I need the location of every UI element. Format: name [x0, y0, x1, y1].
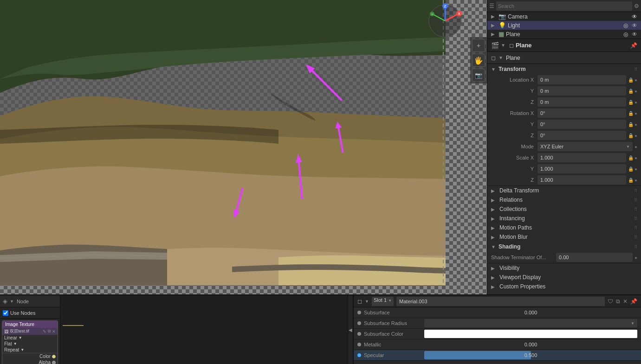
location-y-value[interactable]: 0 m — [537, 86, 626, 96]
scale-z-value[interactable]: 1.000 — [537, 175, 626, 185]
node-file-dup[interactable]: ⧉ — [48, 329, 51, 334]
material-shield-icon[interactable]: 🛡 — [608, 298, 613, 305]
shading-header[interactable]: ▼ Shading ⠿ — [487, 242, 641, 252]
outliner-item-plane[interactable]: ▶ ▦ Plane ◎ 👁 — [487, 30, 641, 38]
shadow-terminator-input[interactable]: 0.00 — [556, 253, 633, 262]
rotation-z-lock[interactable]: 🔒 — [628, 133, 634, 138]
location-z-dot[interactable]: ● — [635, 100, 637, 105]
material-dropdown[interactable]: ▼ — [365, 299, 369, 304]
location-x-lock[interactable]: 🔒 — [628, 77, 634, 83]
motion-blur-title: Motion Blur — [499, 234, 528, 240]
subsurface-bar[interactable]: 0.000 — [424, 308, 637, 317]
scale-y-value[interactable]: 1.000 — [537, 164, 626, 173]
node-canvas[interactable] — [60, 295, 348, 364]
rotation-y-value[interactable]: 0° — [537, 120, 626, 129]
scale-x-value[interactable]: 1.000 — [537, 153, 626, 162]
interpolation-row[interactable]: Linear ▼ — [2, 335, 58, 341]
repeat-row[interactable]: Repeat ▼ — [2, 347, 58, 353]
rotation-z-value[interactable]: 0° — [537, 131, 626, 140]
location-y-dot[interactable]: ● — [635, 89, 637, 94]
add-nav-button[interactable]: + — [472, 39, 485, 52]
hand-nav-button[interactable]: 🖐 — [472, 54, 485, 67]
location-x-dot[interactable]: ● — [635, 77, 637, 83]
material-dup-icon[interactable]: ⧉ — [616, 298, 620, 305]
transform-header[interactable]: ▼ Transform ⠿ — [487, 64, 641, 74]
plane-visibility-icon[interactable]: 👁 — [632, 31, 637, 38]
subsurface-radius-dot[interactable] — [357, 321, 361, 325]
location-x-row: Location X 0 m 🔒 ● — [487, 74, 641, 85]
node-file-x[interactable]: ✕ — [52, 329, 56, 334]
plane-icon: ▦ — [499, 31, 504, 38]
slot-selector[interactable]: Slot 1 ▼ — [372, 297, 394, 306]
location-z-lock[interactable]: 🔒 — [628, 100, 634, 105]
outliner-item-light[interactable]: ▶ 💡 Light ◎ 👁 — [487, 21, 641, 30]
outliner-search-input[interactable] — [496, 1, 632, 11]
material-name-input[interactable] — [396, 297, 605, 306]
collections-section[interactable]: ▶ Collections ⠿ — [487, 204, 641, 214]
viewport[interactable]: Z X Y + 🖐 📷 — [0, 0, 487, 294]
viewport-display-section[interactable]: ▶ Viewport Display — [487, 273, 641, 282]
scale-x-dot[interactable]: ● — [635, 155, 637, 160]
camera-visibility-icon[interactable]: 👁 — [632, 13, 637, 20]
rotation-mode-dropdown[interactable]: XYZ Euler ▼ — [537, 142, 633, 151]
specular-bar[interactable]: 0.500 — [424, 351, 637, 359]
visibility-section[interactable]: ▶ Visibility — [487, 263, 641, 273]
instancing-section[interactable]: ▶ Instancing ⠿ — [487, 214, 641, 223]
light-visibility-icon[interactable]: 👁 — [632, 22, 637, 29]
panel-toggle[interactable]: ◀ — [348, 295, 353, 364]
camera-nav-button[interactable]: 📷 — [472, 69, 485, 82]
pin-icon[interactable]: 📌 — [630, 42, 637, 49]
scale-z-dot[interactable]: ● — [635, 178, 637, 183]
location-x-value[interactable]: 0 m — [537, 75, 626, 84]
use-nodes-checkbox[interactable] — [3, 310, 8, 316]
scale-y-lock[interactable]: 🔒 — [628, 166, 634, 172]
scale-z-lock[interactable]: 🔒 — [628, 178, 634, 183]
material-pin-icon[interactable]: 📌 — [630, 298, 637, 305]
custom-properties-section[interactable]: ▶ Custom Properties — [487, 282, 641, 291]
props-icon-scene[interactable]: 🎬 — [491, 42, 499, 49]
material-x-icon[interactable]: ✕ — [623, 298, 628, 305]
interpolation-arrow: ▼ — [19, 336, 22, 340]
viewport-gizmo[interactable]: Z X Y — [427, 2, 464, 39]
instancing-drag: ⠿ — [634, 216, 637, 221]
rotation-y-dot[interactable]: ● — [635, 122, 637, 127]
specular-tint-bar[interactable]: 0.000 — [424, 362, 637, 364]
metallic-bar[interactable]: 0.000 — [424, 340, 637, 349]
rotation-mode-dot[interactable]: ● — [635, 144, 637, 149]
subsurface-color-dot[interactable] — [357, 332, 361, 336]
scale-y-dot[interactable]: ● — [635, 166, 637, 172]
subsurface-dot[interactable] — [357, 311, 361, 314]
motion-blur-section[interactable]: ▶ Motion Blur ⠿ — [487, 232, 641, 242]
outliner-item-camera[interactable]: ▶ 📷 Camera 👁 — [487, 12, 641, 21]
scale-x-lock[interactable]: 🔒 — [628, 155, 634, 160]
rotation-x-value[interactable]: 0° — [537, 109, 626, 118]
node-dropdown-arrow[interactable]: ▼ — [10, 299, 14, 304]
motion-blur-arrow: ▶ — [491, 235, 495, 240]
outliner-filter-icon: ☰ — [489, 3, 494, 9]
shadow-terminator-dot[interactable]: ● — [635, 255, 637, 260]
projection-row[interactable]: Flat ▼ — [2, 341, 58, 347]
subsurface-radius-row: Subsurface Radius ▼ — [354, 318, 641, 329]
subsurface-radius-dropdown[interactable]: ▼ — [424, 319, 637, 327]
scale-y-label: Y — [491, 166, 537, 172]
props-dropdown-icon[interactable]: ▼ — [499, 55, 503, 60]
rotation-y-lock[interactable]: 🔒 — [628, 122, 634, 127]
plane-extra-icon: ◎ — [623, 31, 628, 38]
props-dropdown-arrow[interactable]: ▼ — [501, 43, 505, 48]
subsurface-color-swatch[interactable] — [424, 330, 637, 338]
motion-paths-section[interactable]: ▶ Motion Paths ⠿ — [487, 223, 641, 232]
rotation-x-dot[interactable]: ● — [635, 111, 637, 116]
rotation-z-dot[interactable]: ● — [635, 133, 637, 138]
node-file-edit[interactable]: ✎ — [43, 329, 46, 334]
specular-dot[interactable] — [357, 353, 361, 357]
metallic-dot[interactable] — [357, 343, 361, 346]
delta-transform-section[interactable]: ▶ Delta Transform ⠿ — [487, 186, 641, 195]
location-y-lock[interactable]: 🔒 — [628, 89, 634, 94]
outliner-settings-icon[interactable]: ⚙ — [634, 3, 639, 9]
location-y-label: Y — [491, 88, 537, 94]
rotation-x-lock[interactable]: 🔒 — [628, 111, 634, 116]
node-filename-row[interactable]: 🖼 双层test.tif ✎ ⧉ ✕ — [2, 328, 58, 335]
relations-section[interactable]: ▶ Relations ⠿ — [487, 195, 641, 204]
location-z-value[interactable]: 0 m — [537, 97, 626, 107]
image-texture-node[interactable]: Image Texture 🖼 双层test.tif ✎ ⧉ ✕ Linear … — [2, 320, 58, 364]
